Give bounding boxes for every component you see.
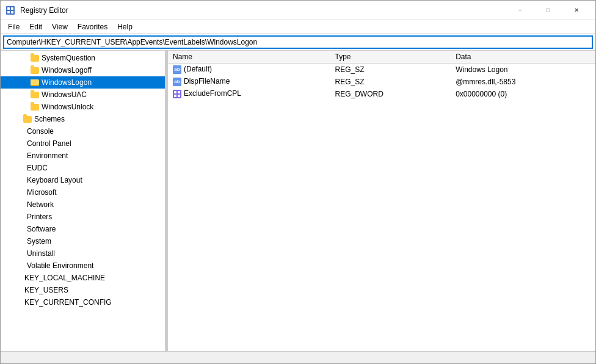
tree-item-label: WindowsLogoff <box>42 66 92 75</box>
col-name: Name <box>168 51 330 64</box>
value-data: 0x00000000 (0) <box>451 88 595 100</box>
window-controls: − □ ✕ <box>506 1 591 20</box>
svg-rect-6 <box>178 91 180 93</box>
minimize-button[interactable]: − <box>506 1 534 20</box>
table-row[interactable]: ExcludeFromCPLREG_DWORD0x00000000 (0) <box>168 88 595 100</box>
tree-item[interactable]: Control Panel <box>1 137 165 150</box>
menu-item-help[interactable]: Help <box>112 21 137 32</box>
detail-panel: Name Type Data ab(Default)REG_SZWindows … <box>168 51 595 351</box>
registry-editor-window: Registry Editor − □ ✕ FileEditViewFavori… <box>0 0 596 364</box>
value-type: REG_DWORD <box>330 88 451 100</box>
tree-item-label: Schemes <box>34 115 65 123</box>
folder-icon <box>30 78 40 87</box>
tree-item[interactable]: Software <box>1 223 165 235</box>
tree-item-label: Environment <box>27 151 68 160</box>
svg-rect-4 <box>11 11 13 13</box>
tree-item-label: SystemQuestion <box>42 54 95 62</box>
menu-item-view[interactable]: View <box>47 21 73 32</box>
tree-item[interactable]: KEY_CURRENT_CONFIG <box>1 296 165 308</box>
window-title: Registry Editor <box>20 6 506 15</box>
tree-item-label: Control Panel <box>27 139 71 148</box>
tree-item[interactable]: KEY_LOCAL_MACHINE <box>1 272 165 284</box>
status-bar <box>1 351 595 363</box>
tree-item[interactable]: Console <box>1 125 165 137</box>
menubar: FileEditViewFavoritesHelp <box>1 20 595 34</box>
value-type: REG_SZ <box>330 76 451 88</box>
tree-panel[interactable]: SystemQuestionWindowsLogoffWindowsLogonW… <box>1 51 165 351</box>
sz-icon: ab <box>173 65 181 74</box>
tree-item[interactable]: Schemes <box>1 113 165 125</box>
svg-rect-1 <box>7 7 10 10</box>
tree-item-label: KEY_LOCAL_MACHINE <box>24 274 105 282</box>
tree-item-label: WindowsLogon <box>42 78 92 87</box>
value-name: ExcludeFromCPL <box>168 88 330 100</box>
app-icon <box>5 5 15 15</box>
titlebar: Registry Editor − □ ✕ <box>1 1 595 20</box>
tree-item[interactable]: System <box>1 235 165 247</box>
svg-rect-2 <box>11 7 13 10</box>
tree-item[interactable]: WindowsUAC <box>1 89 165 101</box>
folder-icon <box>30 103 40 111</box>
tree-item-label: Console <box>27 127 54 136</box>
tree-item[interactable]: WindowsLogon <box>1 76 165 89</box>
addressbar <box>1 34 595 51</box>
tree-item-label: Volatile Environment <box>27 261 93 270</box>
tree-item[interactable]: Microsoft <box>1 186 165 198</box>
tree-item-label: Microsoft <box>27 188 57 197</box>
folder-icon <box>30 54 40 62</box>
close-button[interactable]: ✕ <box>562 1 591 20</box>
tree-item[interactable]: Keyboard Layout <box>1 174 165 186</box>
tree-item[interactable]: KEY_USERS <box>1 284 165 296</box>
tree-item[interactable]: Printers <box>1 211 165 223</box>
folder-icon <box>30 66 40 75</box>
tree-item-label: KEY_CURRENT_CONFIG <box>24 298 112 307</box>
main-content: SystemQuestionWindowsLogoffWindowsLogonW… <box>1 51 595 351</box>
tree-item-label: System <box>27 237 51 246</box>
menu-item-favorites[interactable]: Favorites <box>73 21 112 32</box>
col-data: Data <box>451 51 595 64</box>
table-row[interactable]: ab(Default)REG_SZWindows Logon <box>168 64 595 76</box>
folder-icon <box>30 90 40 99</box>
tree-item[interactable]: Volatile Environment <box>1 260 165 272</box>
tree-item-label: Uninstall <box>27 249 55 258</box>
dword-icon <box>173 90 181 98</box>
tree-item-label: WindowsUnlock <box>42 103 93 111</box>
tree-item[interactable]: WindowsUnlock <box>1 101 165 113</box>
value-data: Windows Logon <box>451 64 595 76</box>
svg-rect-3 <box>7 11 10 13</box>
tree-item-label: WindowsUAC <box>42 90 87 99</box>
svg-rect-7 <box>174 95 176 97</box>
address-input[interactable] <box>3 35 593 49</box>
tree-item-label: Printers <box>27 213 52 221</box>
tree-item[interactable]: Network <box>1 198 165 211</box>
svg-rect-5 <box>174 91 176 93</box>
menu-item-file[interactable]: File <box>3 21 24 32</box>
registry-table: Name Type Data ab(Default)REG_SZWindows … <box>168 51 595 100</box>
svg-rect-0 <box>6 6 15 15</box>
tree-item[interactable]: Uninstall <box>1 247 165 260</box>
folder-icon <box>23 115 32 123</box>
menu-item-edit[interactable]: Edit <box>24 21 47 32</box>
value-data: @mmres.dll,-5853 <box>451 76 595 88</box>
tree-item[interactable]: WindowsLogoff <box>1 64 165 76</box>
tree-item[interactable]: Environment <box>1 150 165 162</box>
tree-item-label: Network <box>27 200 54 209</box>
value-name: ab(Default) <box>168 64 330 76</box>
svg-rect-8 <box>178 95 180 97</box>
col-type: Type <box>330 51 451 64</box>
tree-item-label: Software <box>27 225 56 233</box>
maximize-button[interactable]: □ <box>534 1 562 20</box>
value-type: REG_SZ <box>330 64 451 76</box>
tree-item[interactable]: EUDC <box>1 162 165 174</box>
tree-item-label: EUDC <box>27 164 48 172</box>
value-name: abDispFileName <box>168 76 330 88</box>
sz-icon: ab <box>173 78 181 86</box>
table-row[interactable]: abDispFileNameREG_SZ@mmres.dll,-5853 <box>168 76 595 88</box>
tree-item-label: KEY_USERS <box>24 286 68 294</box>
tree-item-label: Keyboard Layout <box>27 176 82 184</box>
tree-item[interactable]: SystemQuestion <box>1 52 165 64</box>
